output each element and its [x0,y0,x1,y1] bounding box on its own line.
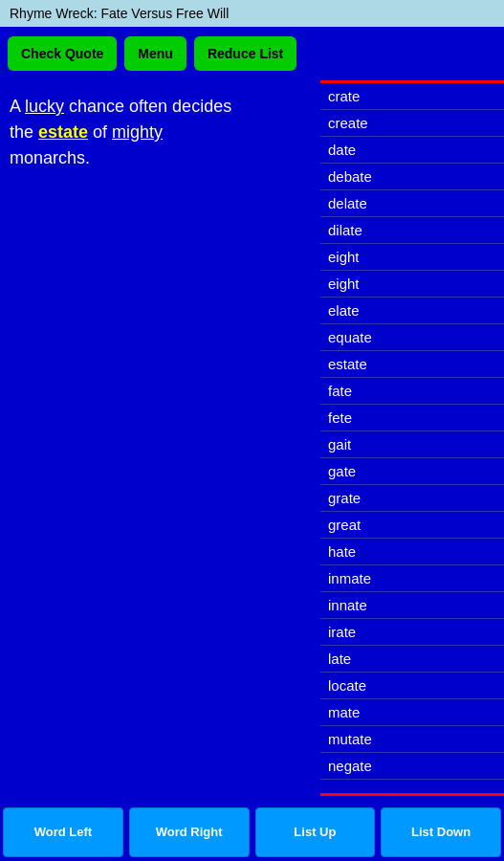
word-lucky[interactable]: lucky [25,97,64,116]
reduce-list-button[interactable]: Reduce List [194,36,296,71]
list-up-button[interactable]: List Up [255,807,376,857]
word-list-panel: cratecreatedatedebatedelatedilateeightei… [320,80,504,796]
list-item[interactable]: gait [320,431,504,458]
word-estate[interactable]: estate [38,122,88,142]
title-bar: Rhyme Wreck: Fate Versus Free Will [0,0,504,27]
list-item[interactable]: delate [320,190,504,217]
list-item[interactable]: irate [320,619,504,646]
quote-text-of: of [88,122,112,142]
list-down-button[interactable]: List Down [381,807,501,857]
quote-text-the: the [10,122,38,142]
list-item[interactable]: crate [320,83,504,110]
list-item[interactable]: elate [320,298,504,324]
list-item[interactable]: grate [320,485,504,512]
word-left-button[interactable]: Word Left [3,807,123,857]
word-mighty[interactable]: mighty [112,122,163,142]
menu-button[interactable]: Menu [124,36,186,71]
list-item[interactable]: eight [320,244,504,271]
list-item[interactable]: mutate [320,726,504,753]
quote-text-monarchs: monarchs. [10,148,90,167]
quote-text-a: A [10,97,25,116]
quote-text-chance: chance often decides [64,97,231,116]
list-item[interactable]: equate [320,324,504,351]
list-item[interactable]: debate [320,164,504,190]
list-item[interactable]: mate [320,699,504,726]
list-item[interactable]: create [320,110,504,137]
toolbar: Check Quote Menu Reduce List [0,27,504,80]
list-item[interactable]: great [320,512,504,539]
list-item[interactable]: inmate [320,565,504,592]
list-item[interactable]: innate [320,592,504,619]
check-quote-button[interactable]: Check Quote [8,36,117,71]
list-item[interactable]: late [320,646,504,673]
list-item[interactable]: estate [320,351,504,378]
list-item[interactable]: dilate [320,217,504,244]
bottom-bar: Word Left Word Right List Up List Down [0,804,504,861]
list-item[interactable]: eight [320,271,504,298]
quote-panel: A lucky chance often decides the estate … [0,80,320,796]
list-item[interactable]: date [320,137,504,164]
list-item[interactable]: gate [320,458,504,485]
list-item[interactable]: negate [320,753,504,780]
word-right-button[interactable]: Word Right [129,807,250,857]
list-item[interactable]: hate [320,539,504,565]
list-item[interactable]: fete [320,405,504,431]
list-item[interactable]: fate [320,378,504,405]
app-title: Rhyme Wreck: Fate Versus Free Will [10,6,229,21]
main-area: A lucky chance often decides the estate … [0,80,504,796]
list-item[interactable]: locate [320,673,504,699]
